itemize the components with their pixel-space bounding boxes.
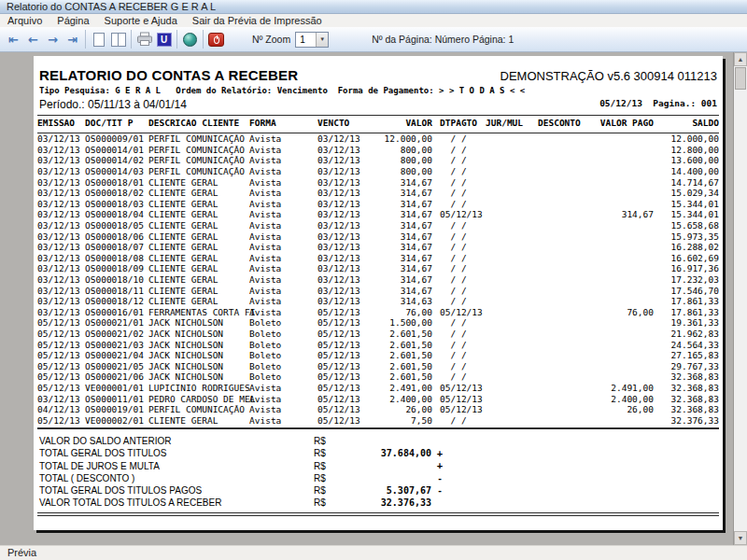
cell-cliente: JACK NICHOLSON bbox=[148, 371, 249, 382]
cell-dtpagto: / / bbox=[432, 242, 486, 252]
cell-emissao: 03/12/13 bbox=[37, 133, 85, 144]
cell-vencto: 03/12/13 bbox=[317, 133, 364, 144]
cell-emissao: 03/12/13 bbox=[37, 296, 85, 306]
cell-emissao: 03/12/13 bbox=[37, 220, 85, 231]
cell-vencto: 03/12/13 bbox=[317, 231, 364, 242]
cell-dtpagto: / / bbox=[432, 340, 486, 350]
totals-currency: R$ bbox=[314, 497, 357, 508]
window-titlebar: Relatorio do CONTAS A RECEBER G E R A L bbox=[0, 0, 747, 14]
totals-value: 32.376,33 bbox=[357, 497, 431, 508]
cell-saldo: 17.861,33 bbox=[654, 296, 719, 306]
totals-sign: + bbox=[431, 460, 448, 471]
totals-section: VALOR DO SALDO ANTERIORR$TOTAL GERAL DOS… bbox=[37, 435, 719, 509]
cell-valor: 2.601,50 bbox=[364, 350, 432, 360]
cell-valor: 2.400,00 bbox=[364, 394, 432, 404]
cell-vencto: 03/12/13 bbox=[317, 296, 364, 306]
cell-emissao: 03/12/13 bbox=[37, 231, 85, 242]
report-header: RELATORIO DO CONTAS A RECEBER DEMONSTRAÇ… bbox=[37, 56, 719, 111]
cell-dtpagto: 05/12/13 bbox=[432, 404, 486, 414]
cell-dtpagto: / / bbox=[432, 220, 486, 231]
cell-doc-tit: OS000014/03 bbox=[85, 166, 148, 176]
cell-doc-tit: OS000021/02 bbox=[85, 329, 148, 339]
cell-dtpagto: / / bbox=[432, 166, 486, 176]
chevron-down-icon[interactable]: ▼ bbox=[316, 33, 328, 47]
cell-cliente: CLIENTE GERAL bbox=[148, 242, 249, 252]
menu-item-suporte-e-ajuda[interactable]: Suporte e Ajuda bbox=[97, 14, 185, 27]
cell-forma: Boleto bbox=[249, 317, 317, 328]
cell-emissao: 05/12/13 bbox=[37, 383, 85, 393]
menu-item-p-gina[interactable]: Página bbox=[49, 14, 96, 27]
next-page-button[interactable]: → bbox=[43, 29, 63, 49]
menu-item-sair-da-pr-via-de-impress-o[interactable]: Sair da Prévia de Impressão bbox=[185, 14, 330, 27]
column-header-forma: FORMA bbox=[249, 118, 317, 128]
previous-page-button[interactable]: ← bbox=[23, 29, 43, 49]
cell-valor: 2.601,50 bbox=[364, 371, 432, 382]
two-pages-icon bbox=[111, 33, 126, 47]
cell-vencto: 03/12/13 bbox=[317, 253, 364, 263]
scrollbar-thumb[interactable] bbox=[735, 67, 746, 90]
cell-emissao: 03/12/13 bbox=[37, 145, 85, 155]
zoom-select[interactable]: 1 ▼ bbox=[295, 32, 329, 48]
table-row: 03/12/13OS000009/01PERFIL COMUNICAÇÃOAvi… bbox=[37, 133, 719, 145]
cell-vencto: 05/12/13 bbox=[317, 404, 364, 414]
scroll-up-button[interactable]: ▲ bbox=[734, 52, 747, 66]
cell-forma: Avista bbox=[249, 404, 317, 414]
cell-cliente: CLIENTE GERAL bbox=[148, 209, 249, 219]
exit-preview-button[interactable] bbox=[206, 29, 226, 49]
table-row: 03/12/13OS000018/03CLIENTE GERALAvista03… bbox=[37, 199, 719, 210]
print-button[interactable] bbox=[134, 29, 154, 49]
table-row: 05/12/13OS000021/01JACK NICHOLSONBoleto0… bbox=[37, 317, 719, 329]
cell-valor-pago: 2.400,00 bbox=[591, 394, 654, 404]
zoom-label: Nº Zoom bbox=[252, 34, 290, 45]
cell-vencto: 05/12/13 bbox=[317, 361, 364, 371]
cell-dtpagto: / / bbox=[432, 317, 486, 328]
column-header-valor-pago: VALOR PAGO bbox=[591, 118, 654, 128]
cell-doc-tit: OS000018/04 bbox=[85, 209, 148, 219]
cell-valor: 800,00 bbox=[364, 145, 432, 155]
table-row: 03/12/13OS000018/10CLIENTE GERALAvista03… bbox=[37, 274, 719, 286]
previous-page-icon: ← bbox=[28, 34, 38, 46]
cell-doc-tit: OS000018/02 bbox=[85, 188, 148, 198]
cell-vencto: 03/12/13 bbox=[317, 242, 364, 252]
two-page-view-button[interactable] bbox=[108, 29, 128, 49]
cell-valor: 1.500,00 bbox=[364, 317, 432, 328]
cell-forma: Avista bbox=[249, 209, 317, 219]
menu-item-arquivo[interactable]: Arquivo bbox=[0, 14, 49, 27]
cell-valor: 314,67 bbox=[364, 263, 432, 273]
column-header-emissao: EMISSAO bbox=[37, 118, 85, 128]
totals-sign: - bbox=[431, 484, 448, 496]
cell-cliente: PEDRO CARDOSO DE MEL bbox=[148, 394, 249, 404]
export-web-button[interactable] bbox=[180, 29, 200, 49]
table-row: 03/12/13OS000018/01CLIENTE GERALAvista03… bbox=[37, 176, 719, 188]
table-row: 05/12/13OS000021/06JACK NICHOLSONBoleto0… bbox=[37, 371, 719, 383]
last-page-button[interactable]: ⇥ bbox=[63, 29, 82, 49]
cell-saldo: 14.714,67 bbox=[654, 177, 719, 188]
cell-forma: Avista bbox=[249, 177, 317, 188]
cell-cliente: CLIENTE GERAL bbox=[148, 253, 249, 263]
toolbar-separator bbox=[176, 30, 177, 49]
cell-saldo: 32.368,83 bbox=[654, 383, 719, 393]
cell-dtpagto: / / bbox=[432, 361, 486, 371]
cell-dtpagto: / / bbox=[432, 329, 486, 339]
cell-valor: 800,00 bbox=[364, 166, 432, 176]
table-row: 03/12/13OS000018/11CLIENTE GERALAvista03… bbox=[37, 285, 719, 296]
first-page-button[interactable]: ⇤ bbox=[4, 29, 23, 49]
table-row: 03/12/13OS000018/08CLIENTE GERALAvista03… bbox=[37, 253, 719, 264]
cell-valor: 314,67 bbox=[364, 231, 432, 242]
vertical-scrollbar[interactable]: ▲ ▼ bbox=[733, 52, 747, 545]
cell-forma: Boleto bbox=[249, 350, 317, 360]
cell-saldo: 13.600,00 bbox=[654, 155, 719, 165]
single-page-view-button[interactable] bbox=[89, 29, 108, 49]
export-word-button[interactable]: U bbox=[154, 29, 174, 49]
cell-saldo: 29.767,33 bbox=[654, 361, 719, 371]
status-bar: Prévia bbox=[0, 545, 747, 560]
cell-cliente: JACK NICHOLSON bbox=[148, 329, 249, 339]
cell-cliente: CLIENTE GERAL bbox=[148, 188, 249, 198]
cell-saldo: 15.658,68 bbox=[654, 220, 719, 231]
cell-cliente: PERFIL COMUNICAÇÃO bbox=[148, 404, 249, 414]
cell-emissao: 03/12/13 bbox=[37, 307, 85, 317]
cell-cliente: CLIENTE GERAL bbox=[148, 286, 249, 296]
scroll-down-button[interactable]: ▼ bbox=[734, 531, 747, 545]
cell-emissao: 03/12/13 bbox=[37, 177, 85, 188]
cell-forma: Avista bbox=[249, 145, 317, 155]
